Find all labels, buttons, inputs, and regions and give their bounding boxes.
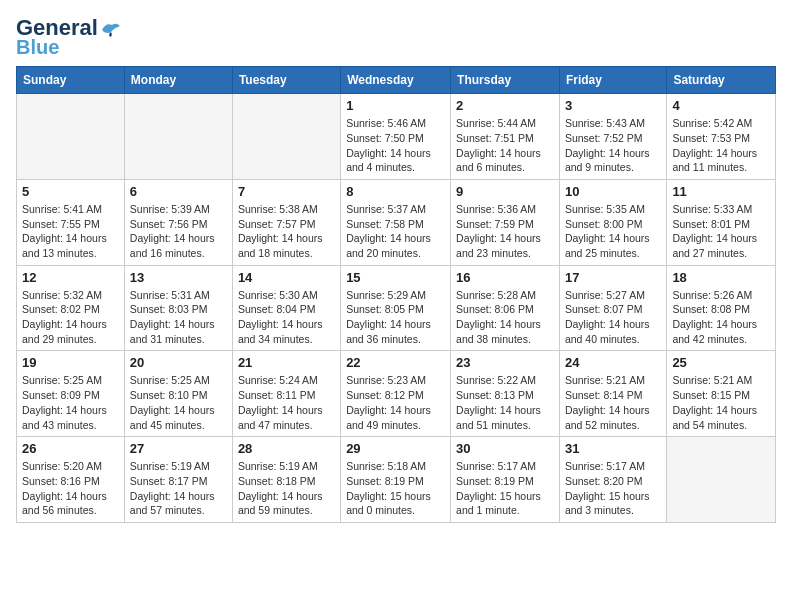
- day-number: 19: [22, 355, 119, 370]
- calendar-week-row: 1Sunrise: 5:46 AM Sunset: 7:50 PM Daylig…: [17, 94, 776, 180]
- calendar-cell: 1Sunrise: 5:46 AM Sunset: 7:50 PM Daylig…: [341, 94, 451, 180]
- day-info: Sunrise: 5:35 AM Sunset: 8:00 PM Dayligh…: [565, 202, 661, 261]
- calendar-cell: 30Sunrise: 5:17 AM Sunset: 8:19 PM Dayli…: [451, 437, 560, 523]
- day-info: Sunrise: 5:28 AM Sunset: 8:06 PM Dayligh…: [456, 288, 554, 347]
- calendar-cell: 26Sunrise: 5:20 AM Sunset: 8:16 PM Dayli…: [17, 437, 125, 523]
- day-number: 14: [238, 270, 335, 285]
- calendar-cell: 8Sunrise: 5:37 AM Sunset: 7:58 PM Daylig…: [341, 179, 451, 265]
- logo-bird-icon: [100, 20, 122, 38]
- day-number: 30: [456, 441, 554, 456]
- day-number: 28: [238, 441, 335, 456]
- day-info: Sunrise: 5:36 AM Sunset: 7:59 PM Dayligh…: [456, 202, 554, 261]
- day-number: 2: [456, 98, 554, 113]
- day-number: 27: [130, 441, 227, 456]
- calendar-cell: 5Sunrise: 5:41 AM Sunset: 7:55 PM Daylig…: [17, 179, 125, 265]
- day-number: 26: [22, 441, 119, 456]
- page-header: General Blue: [16, 16, 776, 58]
- day-number: 21: [238, 355, 335, 370]
- calendar-cell: 13Sunrise: 5:31 AM Sunset: 8:03 PM Dayli…: [124, 265, 232, 351]
- day-number: 13: [130, 270, 227, 285]
- logo: General Blue: [16, 16, 122, 58]
- calendar-cell: [667, 437, 776, 523]
- day-number: 3: [565, 98, 661, 113]
- day-number: 11: [672, 184, 770, 199]
- calendar-cell: 17Sunrise: 5:27 AM Sunset: 8:07 PM Dayli…: [559, 265, 666, 351]
- calendar-cell: 7Sunrise: 5:38 AM Sunset: 7:57 PM Daylig…: [232, 179, 340, 265]
- day-info: Sunrise: 5:27 AM Sunset: 8:07 PM Dayligh…: [565, 288, 661, 347]
- day-info: Sunrise: 5:32 AM Sunset: 8:02 PM Dayligh…: [22, 288, 119, 347]
- day-number: 20: [130, 355, 227, 370]
- day-number: 17: [565, 270, 661, 285]
- header-tuesday: Tuesday: [232, 67, 340, 94]
- day-info: Sunrise: 5:25 AM Sunset: 8:10 PM Dayligh…: [130, 373, 227, 432]
- day-info: Sunrise: 5:33 AM Sunset: 8:01 PM Dayligh…: [672, 202, 770, 261]
- day-info: Sunrise: 5:26 AM Sunset: 8:08 PM Dayligh…: [672, 288, 770, 347]
- calendar-week-row: 5Sunrise: 5:41 AM Sunset: 7:55 PM Daylig…: [17, 179, 776, 265]
- calendar-cell: 3Sunrise: 5:43 AM Sunset: 7:52 PM Daylig…: [559, 94, 666, 180]
- day-number: 25: [672, 355, 770, 370]
- day-info: Sunrise: 5:41 AM Sunset: 7:55 PM Dayligh…: [22, 202, 119, 261]
- header-sunday: Sunday: [17, 67, 125, 94]
- calendar-cell: 20Sunrise: 5:25 AM Sunset: 8:10 PM Dayli…: [124, 351, 232, 437]
- calendar-cell: 9Sunrise: 5:36 AM Sunset: 7:59 PM Daylig…: [451, 179, 560, 265]
- calendar-cell: 22Sunrise: 5:23 AM Sunset: 8:12 PM Dayli…: [341, 351, 451, 437]
- day-number: 1: [346, 98, 445, 113]
- day-info: Sunrise: 5:38 AM Sunset: 7:57 PM Dayligh…: [238, 202, 335, 261]
- day-info: Sunrise: 5:20 AM Sunset: 8:16 PM Dayligh…: [22, 459, 119, 518]
- day-info: Sunrise: 5:17 AM Sunset: 8:19 PM Dayligh…: [456, 459, 554, 518]
- header-saturday: Saturday: [667, 67, 776, 94]
- calendar-table: SundayMondayTuesdayWednesdayThursdayFrid…: [16, 66, 776, 523]
- calendar-cell: [232, 94, 340, 180]
- day-info: Sunrise: 5:18 AM Sunset: 8:19 PM Dayligh…: [346, 459, 445, 518]
- calendar-cell: 15Sunrise: 5:29 AM Sunset: 8:05 PM Dayli…: [341, 265, 451, 351]
- day-number: 29: [346, 441, 445, 456]
- day-info: Sunrise: 5:19 AM Sunset: 8:18 PM Dayligh…: [238, 459, 335, 518]
- day-info: Sunrise: 5:43 AM Sunset: 7:52 PM Dayligh…: [565, 116, 661, 175]
- day-number: 4: [672, 98, 770, 113]
- calendar-cell: 27Sunrise: 5:19 AM Sunset: 8:17 PM Dayli…: [124, 437, 232, 523]
- calendar-week-row: 19Sunrise: 5:25 AM Sunset: 8:09 PM Dayli…: [17, 351, 776, 437]
- calendar-cell: 2Sunrise: 5:44 AM Sunset: 7:51 PM Daylig…: [451, 94, 560, 180]
- day-info: Sunrise: 5:37 AM Sunset: 7:58 PM Dayligh…: [346, 202, 445, 261]
- day-info: Sunrise: 5:23 AM Sunset: 8:12 PM Dayligh…: [346, 373, 445, 432]
- calendar-cell: [124, 94, 232, 180]
- day-info: Sunrise: 5:21 AM Sunset: 8:15 PM Dayligh…: [672, 373, 770, 432]
- calendar-cell: 24Sunrise: 5:21 AM Sunset: 8:14 PM Dayli…: [559, 351, 666, 437]
- calendar-week-row: 26Sunrise: 5:20 AM Sunset: 8:16 PM Dayli…: [17, 437, 776, 523]
- calendar-cell: 16Sunrise: 5:28 AM Sunset: 8:06 PM Dayli…: [451, 265, 560, 351]
- day-number: 24: [565, 355, 661, 370]
- calendar-cell: 31Sunrise: 5:17 AM Sunset: 8:20 PM Dayli…: [559, 437, 666, 523]
- day-number: 10: [565, 184, 661, 199]
- calendar-header-row: SundayMondayTuesdayWednesdayThursdayFrid…: [17, 67, 776, 94]
- day-info: Sunrise: 5:29 AM Sunset: 8:05 PM Dayligh…: [346, 288, 445, 347]
- day-info: Sunrise: 5:25 AM Sunset: 8:09 PM Dayligh…: [22, 373, 119, 432]
- calendar-cell: 11Sunrise: 5:33 AM Sunset: 8:01 PM Dayli…: [667, 179, 776, 265]
- day-number: 18: [672, 270, 770, 285]
- day-info: Sunrise: 5:17 AM Sunset: 8:20 PM Dayligh…: [565, 459, 661, 518]
- day-number: 5: [22, 184, 119, 199]
- header-monday: Monday: [124, 67, 232, 94]
- calendar-week-row: 12Sunrise: 5:32 AM Sunset: 8:02 PM Dayli…: [17, 265, 776, 351]
- day-number: 22: [346, 355, 445, 370]
- day-info: Sunrise: 5:30 AM Sunset: 8:04 PM Dayligh…: [238, 288, 335, 347]
- day-number: 31: [565, 441, 661, 456]
- day-number: 9: [456, 184, 554, 199]
- calendar-cell: 14Sunrise: 5:30 AM Sunset: 8:04 PM Dayli…: [232, 265, 340, 351]
- day-info: Sunrise: 5:22 AM Sunset: 8:13 PM Dayligh…: [456, 373, 554, 432]
- day-number: 16: [456, 270, 554, 285]
- day-info: Sunrise: 5:39 AM Sunset: 7:56 PM Dayligh…: [130, 202, 227, 261]
- calendar-cell: 19Sunrise: 5:25 AM Sunset: 8:09 PM Dayli…: [17, 351, 125, 437]
- calendar-cell: 4Sunrise: 5:42 AM Sunset: 7:53 PM Daylig…: [667, 94, 776, 180]
- calendar-cell: 25Sunrise: 5:21 AM Sunset: 8:15 PM Dayli…: [667, 351, 776, 437]
- header-wednesday: Wednesday: [341, 67, 451, 94]
- day-number: 15: [346, 270, 445, 285]
- header-thursday: Thursday: [451, 67, 560, 94]
- calendar-cell: 21Sunrise: 5:24 AM Sunset: 8:11 PM Dayli…: [232, 351, 340, 437]
- day-info: Sunrise: 5:21 AM Sunset: 8:14 PM Dayligh…: [565, 373, 661, 432]
- day-number: 12: [22, 270, 119, 285]
- logo-blue: Blue: [16, 36, 59, 58]
- day-number: 6: [130, 184, 227, 199]
- day-info: Sunrise: 5:46 AM Sunset: 7:50 PM Dayligh…: [346, 116, 445, 175]
- day-info: Sunrise: 5:31 AM Sunset: 8:03 PM Dayligh…: [130, 288, 227, 347]
- calendar-cell: 23Sunrise: 5:22 AM Sunset: 8:13 PM Dayli…: [451, 351, 560, 437]
